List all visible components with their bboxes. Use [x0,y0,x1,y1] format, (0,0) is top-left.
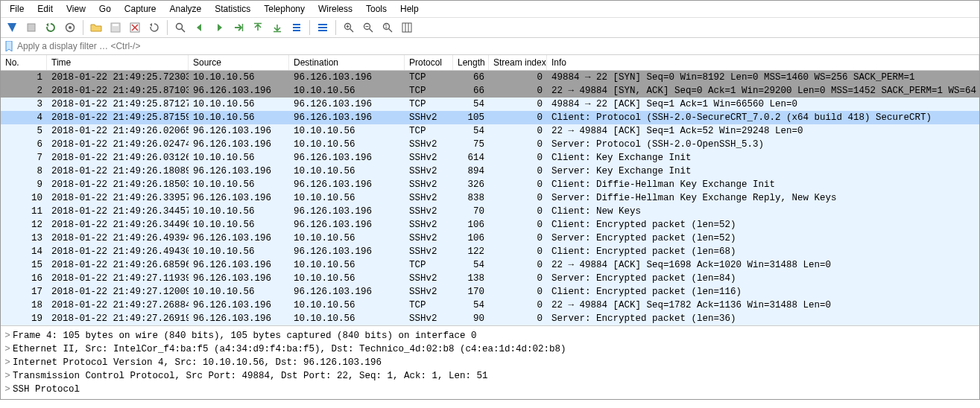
go-to-packet-icon[interactable] [230,19,247,36]
cell-info: 49884 → 22 [ACK] Seq=1 Ack=1 Win=66560 L… [547,98,979,111]
packet-row[interactable]: 82018-01-22 21:49:26.18089996.126.103.19… [1,165,979,178]
cell-info: Client: Encrypted packet (len=52) [547,218,979,232]
cell-src: 96.126.103.196 [189,299,289,312]
packet-row[interactable]: 142018-01-22 21:49:26.49430810.10.10.569… [1,245,979,258]
expand-caret-icon[interactable]: > [2,383,13,396]
menu-file[interactable]: File [4,2,30,16]
cell-dst: 10.10.10.56 [289,124,405,138]
cell-time: 2018-01-22 21:49:26.344577 [47,205,189,218]
toolbar-separator [309,20,310,35]
go-forward-icon[interactable] [211,19,227,36]
expand-caret-icon[interactable]: > [2,342,13,356]
menu-tools[interactable]: Tools [360,2,393,16]
close-file-icon[interactable] [127,19,143,36]
zoom-in-icon[interactable] [341,19,357,36]
main-toolbar: 1 [1,18,979,38]
packet-row[interactable]: 122018-01-22 21:49:26.34490610.10.10.569… [1,218,979,232]
menu-go[interactable]: Go [93,2,117,16]
packet-row[interactable]: 182018-01-22 21:49:27.26884096.126.103.1… [1,299,979,312]
svg-text:1: 1 [385,24,388,29]
detail-row[interactable]: > Transmission Control Protocol, Src Por… [2,369,978,383]
cell-no: 3 [1,98,47,111]
cell-src: 96.126.103.196 [189,272,289,285]
zoom-reset-icon[interactable]: 1 [379,19,396,36]
open-file-icon[interactable] [88,19,104,36]
menu-capture[interactable]: Capture [118,2,162,16]
start-capture-icon[interactable] [4,19,20,36]
cell-src: 10.10.10.56 [189,245,289,258]
menu-analyze[interactable]: Analyze [164,2,208,16]
menu-telephony[interactable]: Telephony [258,2,311,16]
find-packet-icon[interactable] [172,19,189,36]
detail-row[interactable]: > Frame 4: 105 bytes on wire (840 bits),… [2,329,978,342]
packet-list-header[interactable]: No. Time Source Destination Protocol Len… [1,55,979,71]
packet-row[interactable]: 102018-01-22 21:49:26.33957096.126.103.1… [1,191,979,205]
cell-proto: SSHv2 [405,165,453,178]
restart-capture-icon[interactable] [42,19,59,36]
cell-si: 0 [489,285,547,299]
expand-caret-icon[interactable]: > [2,356,13,369]
svg-line-7 [182,29,186,33]
display-filter-input[interactable] [14,39,976,53]
bookmark-icon[interactable] [4,39,14,53]
cell-dst: 96.126.103.196 [289,98,405,111]
column-header-stream-index[interactable]: Stream index [489,55,547,70]
cell-dst: 96.126.103.196 [289,178,405,191]
reload-icon[interactable] [146,19,162,36]
packet-row[interactable]: 22018-01-22 21:49:25.87103596.126.103.19… [1,84,979,98]
menu-statistics[interactable]: Statistics [209,2,256,16]
cell-proto: SSHv2 [405,272,453,285]
save-file-icon[interactable] [107,19,124,36]
column-header-info[interactable]: Info [547,55,979,70]
go-first-icon[interactable] [250,19,266,36]
column-header-source[interactable]: Source [189,55,289,70]
column-header-protocol[interactable]: Protocol [405,55,453,70]
packet-row[interactable]: 72018-01-22 21:49:26.03126510.10.10.5696… [1,151,979,165]
packet-row[interactable]: 62018-01-22 21:49:26.02474296.126.103.19… [1,138,979,151]
cell-time: 2018-01-22 21:49:26.020657 [47,124,189,138]
detail-row[interactable]: > Internet Protocol Version 4, Src: 10.1… [2,356,978,369]
auto-scroll-icon[interactable] [288,19,305,36]
packet-row[interactable]: 32018-01-22 21:49:25.87127410.10.10.5696… [1,98,979,111]
cell-time: 2018-01-22 21:49:25.723030 [47,71,189,84]
cell-len: 138 [453,272,489,285]
packet-row[interactable]: 172018-01-22 21:49:27.12009610.10.10.569… [1,285,979,299]
menu-view[interactable]: View [60,2,92,16]
packet-row[interactable]: 52018-01-22 21:49:26.02065796.126.103.19… [1,124,979,138]
detail-row[interactable]: > Ethernet II, Src: IntelCor_f4:ba:f5 (a… [2,342,978,356]
column-header-destination[interactable]: Destination [289,55,405,70]
detail-row[interactable]: > SSH Protocol [2,383,978,396]
packet-row[interactable]: 112018-01-22 21:49:26.34457710.10.10.569… [1,205,979,218]
menu-help[interactable]: Help [394,2,425,16]
expand-caret-icon[interactable]: > [2,329,13,342]
cell-proto: TCP [405,84,453,98]
stop-capture-icon[interactable] [23,19,39,36]
cell-src: 96.126.103.196 [189,312,289,325]
packet-row[interactable]: 192018-01-22 21:49:27.26919496.126.103.1… [1,312,979,325]
cell-time: 2018-01-22 21:49:26.494308 [47,245,189,258]
cell-time: 2018-01-22 21:49:26.031265 [47,151,189,165]
packet-row[interactable]: 42018-01-22 21:49:25.87159810.10.10.5696… [1,111,979,124]
cell-no: 16 [1,272,47,285]
detail-text: SSH Protocol [13,383,80,396]
zoom-out-icon[interactable] [360,19,376,36]
packet-row[interactable]: 92018-01-22 21:49:26.18503010.10.10.5696… [1,178,979,191]
packet-row[interactable]: 132018-01-22 21:49:26.49394396.126.103.1… [1,232,979,245]
packet-row[interactable]: 162018-01-22 21:49:27.11939796.126.103.1… [1,272,979,285]
resize-columns-icon[interactable] [399,19,415,36]
go-last-icon[interactable] [269,19,285,36]
expand-caret-icon[interactable]: > [2,369,13,383]
cell-proto: TCP [405,98,453,111]
menu-wireless[interactable]: Wireless [312,2,358,16]
column-header-length[interactable]: Length [453,55,489,70]
packet-row[interactable]: 12018-01-22 21:49:25.72303010.10.10.5696… [1,71,979,84]
capture-options-icon[interactable] [62,19,78,36]
column-header-time[interactable]: Time [47,55,189,70]
column-header-no[interactable]: No. [1,55,47,70]
cell-no: 7 [1,151,47,165]
go-back-icon[interactable] [192,19,208,36]
cell-len: 106 [453,218,489,232]
packet-row[interactable]: 152018-01-22 21:49:26.68596396.126.103.1… [1,258,979,272]
menu-edit[interactable]: Edit [31,2,59,16]
colorize-icon[interactable] [314,19,331,36]
